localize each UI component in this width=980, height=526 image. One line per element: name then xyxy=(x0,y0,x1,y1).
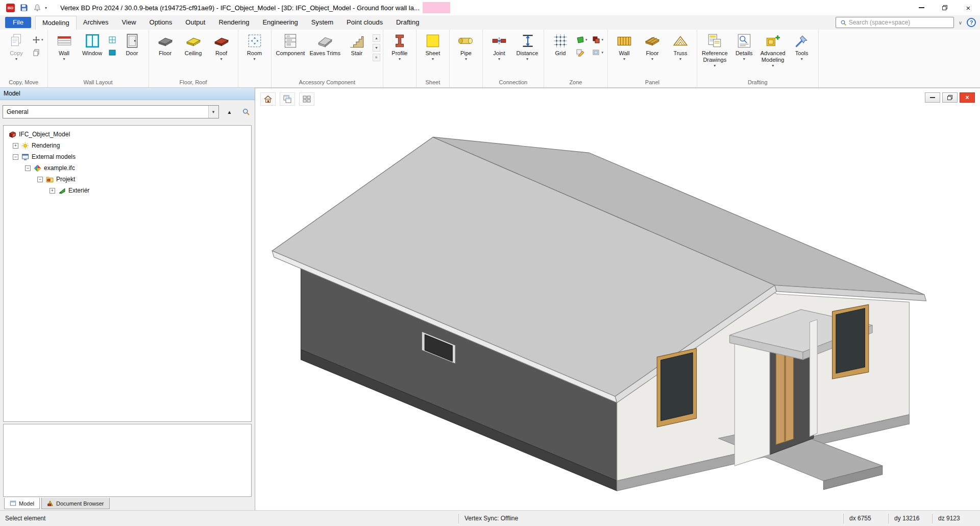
ribbon-button-grid[interactable]: Grid xyxy=(547,31,574,57)
quick-access-dropdown-icon[interactable]: ▾ xyxy=(45,6,47,10)
dropdown-caret-icon: ▾ xyxy=(772,63,774,68)
ribbon-button-pipe[interactable]: Pipe▾ xyxy=(452,31,480,62)
ribbon-button-component[interactable]: Component xyxy=(274,31,307,57)
close-button[interactable]: × xyxy=(957,0,980,15)
dropdown-caret-icon: ▾ xyxy=(743,57,745,62)
gallery-up-button[interactable]: ▴ xyxy=(373,34,380,42)
dropdown-caret-icon: ▾ xyxy=(220,57,223,62)
ribbon-button-profile[interactable]: Profile▾ xyxy=(386,31,413,62)
tab-rendering[interactable]: Rendering xyxy=(212,15,256,30)
search-icon xyxy=(840,19,847,26)
ribbon-button-move[interactable]: ▾ xyxy=(31,34,45,45)
ribbon-button-room[interactable]: Room▾ xyxy=(241,31,268,62)
tree-item-external-models[interactable]: −External models xyxy=(4,151,251,162)
tab-drafting[interactable]: Drafting xyxy=(389,15,426,30)
panelwall-icon xyxy=(616,33,632,49)
tab-options[interactable]: Options xyxy=(143,15,179,30)
roof-icon xyxy=(213,33,230,49)
tab-archives[interactable]: Archives xyxy=(77,15,115,30)
collapse-icon[interactable]: − xyxy=(37,177,43,182)
tab-system[interactable]: System xyxy=(305,15,340,30)
ribbon-button-advanced-modeling[interactable]: AdvancedModeling▾ xyxy=(758,31,788,68)
maximize-button[interactable] xyxy=(933,0,957,15)
component-icon xyxy=(282,33,299,49)
ribbon-button-copy-small[interactable] xyxy=(31,47,45,58)
ribbon-button-stair[interactable]: Stair xyxy=(343,31,371,57)
ribbon-button-floor[interactable]: Floor▾ xyxy=(639,31,666,62)
expand-icon[interactable]: + xyxy=(13,143,18,149)
save-icon[interactable] xyxy=(19,4,28,12)
ribbon-button-joint[interactable]: Joint▾ xyxy=(485,31,513,62)
ribbon-button-details[interactable]: Details▾ xyxy=(730,31,758,62)
tree-item-example-ifc[interactable]: −example.ifc xyxy=(4,162,251,174)
ribbon-button-zone-type[interactable]: ▾ xyxy=(591,34,605,45)
collapse-icon[interactable]: − xyxy=(25,165,31,171)
restore-view-button[interactable] xyxy=(942,92,958,103)
tree-item-label: Rendering xyxy=(32,142,60,149)
gallery-down-button[interactable]: ▾ xyxy=(373,44,380,52)
dropdown-caret-icon: ▾ xyxy=(465,57,467,62)
tile-views-button[interactable] xyxy=(280,92,295,106)
panel-tab-model[interactable]: Model xyxy=(4,498,40,509)
tab-file[interactable]: File xyxy=(5,17,31,28)
ribbon-button-window-layout[interactable] xyxy=(107,34,118,45)
ribbon-button-distance[interactable]: Distance▾ xyxy=(513,31,541,62)
tab-modeling[interactable]: Modeling xyxy=(35,16,77,30)
panel-tab-document-browser[interactable]: Document Browser xyxy=(41,498,110,509)
ribbon-button-roof[interactable]: Roof▾ xyxy=(208,31,235,62)
minimize-button[interactable] xyxy=(910,0,933,15)
ribbon-button-reference-drawings[interactable]: ReferenceDrawings▾ xyxy=(700,31,730,68)
minimize-view-button[interactable] xyxy=(925,92,940,103)
ribbon-button-wall[interactable]: Wall▾ xyxy=(610,31,638,62)
chevron-down-icon[interactable]: ▾ xyxy=(208,106,218,118)
ribbon-button-ceiling[interactable]: Ceiling xyxy=(180,31,207,57)
grid-views-button[interactable] xyxy=(299,92,314,106)
status-message: Select element xyxy=(5,511,45,526)
ribbon-button-label: Joint xyxy=(493,50,505,57)
ribbon-button-door[interactable]: Door xyxy=(118,31,146,57)
ribbon-button-zone-display[interactable]: ▾ xyxy=(591,47,605,58)
tree-item-label: Exteriér xyxy=(68,187,89,194)
tree-item-projekt[interactable]: −Projekt xyxy=(4,174,251,185)
ribbon-group-label: Copy, Move xyxy=(3,78,45,87)
help-button[interactable]: ? xyxy=(967,18,976,27)
search-box[interactable] xyxy=(836,17,954,28)
ribbon-button-wall[interactable]: Wall▾ xyxy=(51,31,78,62)
window-title: Vertex BD Pro 2024 / 30.0.9-beta (r19472… xyxy=(60,4,420,12)
ribbon-button-zone-edit[interactable] xyxy=(575,47,589,58)
ribbon-button-window-fill[interactable] xyxy=(107,47,118,58)
tree-item-exteri-r[interactable]: +Exteriér xyxy=(4,185,251,196)
tree-item-ifc-object-model[interactable]: IFC_Object_Model xyxy=(4,129,251,140)
search-input[interactable] xyxy=(849,19,951,26)
coordinate-dy: dy 13216 xyxy=(894,511,919,526)
ribbon-button-sheet[interactable]: Sheet▾ xyxy=(419,31,447,62)
collapse-icon[interactable]: − xyxy=(13,154,18,160)
ribbon-button-truss[interactable]: Truss▾ xyxy=(667,31,694,62)
notification-icon[interactable] xyxy=(33,4,41,12)
ribbon-button-zone-create[interactable]: ▾ xyxy=(575,34,589,45)
tree-item-rendering[interactable]: +Rendering xyxy=(4,140,251,151)
viewport-3d[interactable]: × xyxy=(255,88,980,510)
details-icon xyxy=(736,33,752,49)
tab-point-clouds[interactable]: Point clouds xyxy=(340,15,389,30)
chevron-down-icon[interactable]: ∨ xyxy=(959,20,962,26)
home-view-button[interactable] xyxy=(260,92,276,106)
advmod-icon xyxy=(765,33,781,49)
tab-engineering[interactable]: Engineering xyxy=(256,15,304,30)
ribbon-button-label: Wall xyxy=(59,50,69,57)
close-view-button[interactable]: × xyxy=(960,92,975,103)
expand-icon[interactable]: + xyxy=(50,188,55,194)
ribbon-button-window[interactable]: Window xyxy=(79,31,106,57)
category-combo[interactable]: General ▾ xyxy=(3,105,219,118)
ribbon-button-copy[interactable]: Copy▾ xyxy=(3,31,30,62)
ribbon-button-eaves-trims[interactable]: Eaves Trims xyxy=(307,31,342,57)
tree-search-button[interactable] xyxy=(240,106,252,117)
ribbon-button-tools[interactable]: Tools▾ xyxy=(788,31,816,62)
porch-wall xyxy=(734,333,770,466)
ribbon-button-floor[interactable]: Floor xyxy=(152,31,179,57)
tabmodel-icon xyxy=(10,500,16,507)
tab-output[interactable]: Output xyxy=(179,15,212,30)
gallery-more-button[interactable]: ≡ xyxy=(373,54,380,61)
tab-view[interactable]: View xyxy=(115,15,143,30)
collapse-all-button[interactable]: ▲ xyxy=(224,106,236,117)
